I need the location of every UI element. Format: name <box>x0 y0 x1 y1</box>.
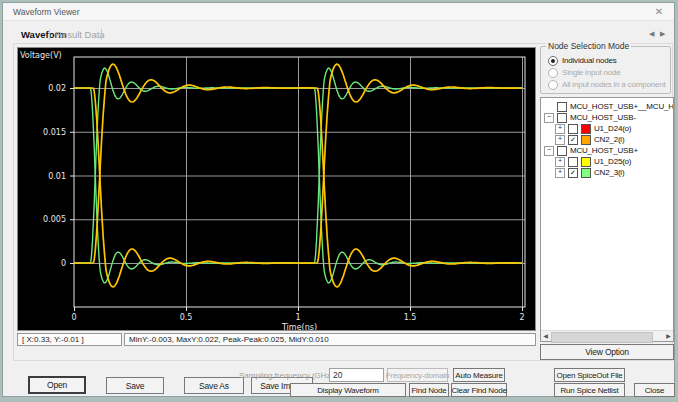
tree-item-label: U1_D24(o) <box>594 124 631 133</box>
svg-text:1: 1 <box>295 313 300 322</box>
checkbox-icon[interactable] <box>557 113 567 123</box>
waveform-viewer-window: Waveform Viewer ✕ Waveform Result Data ◀… <box>2 2 675 397</box>
tab-separator <box>49 29 50 40</box>
node-selection-options: Individual nodesSingle input nodeAll inp… <box>540 51 671 91</box>
radio-icon <box>548 68 558 78</box>
chart-area[interactable]: Voltage(V)00.0050.010.0150.0200.511.52Ti… <box>17 47 536 331</box>
node-selection-title: Node Selection Mode <box>546 41 631 51</box>
tree-item-label: MCU_HOST_USB- <box>570 113 636 122</box>
color-swatch <box>581 124 591 134</box>
tree-item-label: CN2_2(i) <box>594 135 624 144</box>
tree-item[interactable]: +✓CN2_3(i) <box>555 167 624 178</box>
display-waveform-button[interactable]: Display Waveform <box>290 383 406 397</box>
desktop: Waveform Viewer ✕ Waveform Result Data ◀… <box>0 0 678 402</box>
tree-item-label: MCU_HOST_USB+__MCU_HOST_USB- <box>570 102 674 111</box>
radio-option-2: All input nodes in a component <box>548 79 665 90</box>
tab-scroll-right-icon[interactable]: ▶ <box>660 30 665 38</box>
tree-item[interactable]: MCU_HOST_USB+__MCU_HOST_USB- <box>544 101 674 112</box>
svg-text:Time(ns): Time(ns) <box>281 323 317 330</box>
close-icon[interactable]: ✕ <box>652 5 666 19</box>
svg-text:1.5: 1.5 <box>404 313 417 322</box>
tree-item-label: MCU_HOST_USB+ <box>570 146 638 155</box>
svg-text:0: 0 <box>71 313 76 322</box>
tree-hscrollbar[interactable]: ◀ ▶ <box>541 330 673 341</box>
collapse-icon[interactable]: − <box>544 113 554 123</box>
waveform-plot: Voltage(V)00.0050.010.0150.0200.511.52Ti… <box>18 48 535 330</box>
checkbox-icon[interactable] <box>568 157 578 167</box>
tab-scroll-left-icon[interactable]: ◀ <box>649 30 654 38</box>
save-button[interactable]: Save <box>106 377 164 394</box>
radio-icon[interactable] <box>548 56 558 66</box>
radio-option-0[interactable]: Individual nodes <box>548 55 617 66</box>
open-spiceout-file-button[interactable]: Open SpiceOut File <box>554 368 625 382</box>
color-swatch <box>581 135 591 145</box>
svg-text:0.01: 0.01 <box>48 172 66 181</box>
hscroll-right-arrow-icon[interactable]: ▶ <box>664 332 673 341</box>
hscroll-left-arrow-icon[interactable]: ◀ <box>541 332 550 341</box>
svg-text:0.015: 0.015 <box>43 128 66 137</box>
run-spice-netlist-button[interactable]: Run Spice Netlist <box>554 383 625 397</box>
window-title: Waveform Viewer <box>13 7 80 17</box>
tree-item-label: CN2_3(i) <box>594 168 624 177</box>
tree-item[interactable]: +✓CN2_2(i) <box>555 134 624 145</box>
tree-item[interactable]: −MCU_HOST_USB+ <box>544 145 638 156</box>
svg-text:0.005: 0.005 <box>43 215 66 224</box>
checkbox-icon[interactable]: ✓ <box>568 168 578 178</box>
tree-item[interactable]: −MCU_HOST_USB- <box>544 112 636 123</box>
clear-find-node-button[interactable]: Clear Find Node <box>451 383 507 397</box>
sampling-frequency-input[interactable] <box>329 368 384 382</box>
svg-text:Voltage(V): Voltage(V) <box>20 51 62 60</box>
cursor-readout: [ X:0.33, Y:-0.01 ] <box>17 333 122 346</box>
tree-item[interactable]: +U1_D25(o) <box>555 156 631 167</box>
find-node-button[interactable]: Find Node <box>409 383 449 397</box>
hscroll-thumb[interactable] <box>551 332 653 343</box>
radio-option-1: Single input node <box>548 67 620 78</box>
svg-text:0.02: 0.02 <box>48 84 66 93</box>
save-as-button[interactable]: Save As <box>184 377 244 394</box>
expand-icon[interactable]: + <box>555 157 565 167</box>
view-option-button[interactable]: View Option <box>540 344 674 360</box>
checkbox-icon[interactable]: ✓ <box>568 135 578 145</box>
checkbox-icon[interactable] <box>557 102 567 112</box>
node-tree[interactable]: MCU_HOST_USB+__MCU_HOST_USB-−MCU_HOST_US… <box>540 97 674 342</box>
checkbox-icon[interactable] <box>557 146 567 156</box>
expand-icon[interactable]: + <box>555 124 565 134</box>
checkbox-icon[interactable] <box>568 124 578 134</box>
close-button[interactable]: Close <box>634 383 675 397</box>
radio-option-label: All input nodes in a component <box>562 80 665 89</box>
radio-option-label: Single input node <box>562 68 620 77</box>
svg-text:0: 0 <box>61 259 66 268</box>
tab-result-data[interactable]: Result Data <box>51 27 109 42</box>
expand-icon[interactable]: + <box>555 135 565 145</box>
color-swatch <box>581 157 591 167</box>
tree-item-label: U1_D25(o) <box>594 157 631 166</box>
color-swatch <box>581 168 591 178</box>
collapse-icon[interactable]: − <box>544 146 554 156</box>
svg-text:0.5: 0.5 <box>180 313 193 322</box>
open-button[interactable]: Open <box>28 376 86 394</box>
measurement-readout: MinY:-0.003, MaxY:0.022, Peak-Peak:0.025… <box>124 333 536 346</box>
auto-measure-button[interactable]: Auto Measure <box>453 368 505 382</box>
sampling-frequency-label: Sampling frequency (GHz) <box>239 371 325 380</box>
tab-separator <box>101 29 102 40</box>
svg-text:2: 2 <box>519 313 524 322</box>
radio-icon <box>548 80 558 90</box>
radio-option-label: Individual nodes <box>562 56 617 65</box>
tree-item[interactable]: +U1_D24(o) <box>555 123 631 134</box>
title-bar: Waveform Viewer ✕ <box>3 3 674 21</box>
expand-icon[interactable]: + <box>555 168 565 178</box>
frequency-domain-button: Frequency-domain <box>387 368 448 382</box>
